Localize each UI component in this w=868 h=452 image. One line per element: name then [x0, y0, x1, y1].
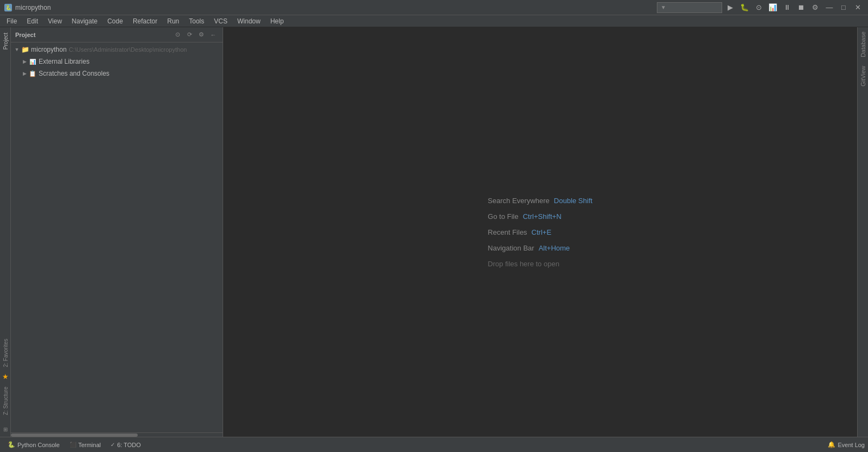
panel-sync-icon[interactable]: ⟳ — [184, 30, 194, 40]
panel-gear-icon[interactable]: ⊙ — [173, 30, 182, 40]
maximize-button[interactable]: □ — [838, 2, 849, 13]
sidebar-bottom-icon[interactable]: ⊞ — [0, 424, 11, 435]
project-panel-scrollbar[interactable] — [11, 432, 223, 437]
scratches-label: Scratches and Consoles — [39, 70, 109, 77]
hint-nav-bar: Navigation Bar Alt+Home — [488, 244, 592, 252]
hint-goto-file: Go to File Ctrl+Shift+N — [488, 212, 592, 221]
right-tab-gitview[interactable]: GitView — [859, 62, 867, 91]
status-tab-python-console[interactable]: 🐍 Python Console — [3, 438, 64, 451]
app-title: micropython — [15, 4, 51, 11]
python-console-label: Python Console — [17, 442, 60, 448]
python-console-icon: 🐍 — [8, 441, 15, 448]
hint-search-everywhere: Search Everywhere Double Shift — [488, 197, 592, 205]
toolbar-right: ▼ ▶ 🐛 ⊙ 📊 ⏸ ⏹ ⚙ — □ ✕ — [657, 2, 864, 13]
minimize-button[interactable]: — — [823, 2, 835, 13]
project-panel: Project ⊙ ⟳ ⚙ ← ▼ 📁 micropython C:\Users… — [11, 27, 223, 437]
hint-label-goto: Go to File — [488, 212, 518, 221]
status-bar: 🐍 Python Console ⬛ Terminal ✓ 6: TODO 🔔 … — [0, 437, 868, 452]
event-log-icon: 🔔 — [828, 441, 835, 448]
expand-root[interactable]: ▼ — [13, 46, 21, 53]
menu-file[interactable]: File — [2, 16, 21, 26]
settings-button[interactable]: ⚙ — [809, 2, 821, 13]
hint-label-recent: Recent Files — [488, 228, 527, 236]
menu-refactor[interactable]: Refactor — [128, 16, 162, 26]
tree-scratches[interactable]: ▶ 📋 Scratches and Consoles — [11, 68, 223, 80]
menu-navigate[interactable]: Navigate — [67, 16, 102, 26]
hint-drop-files: Drop files here to open — [488, 260, 592, 268]
menu-bar: File Edit View Navigate Code Refactor Ru… — [0, 15, 868, 27]
status-right: 🔔 Event Log — [828, 441, 865, 448]
run-config-dropdown[interactable]: ▼ — [657, 2, 722, 13]
close-button[interactable]: ✕ — [852, 2, 864, 13]
terminal-icon: ⬛ — [70, 442, 76, 448]
tree-root-item[interactable]: ▼ 📁 micropython C:\Users\Administrator\D… — [11, 44, 223, 56]
hint-shortcut-search: Double Shift — [554, 197, 593, 205]
hint-shortcut-recent: Ctrl+E — [532, 228, 551, 236]
event-log-label[interactable]: Event Log — [838, 442, 865, 448]
right-tab-database[interactable]: Database — [859, 27, 867, 62]
menu-run[interactable]: Run — [163, 16, 183, 26]
sidebar-structure[interactable]: Z: Structure — [0, 383, 11, 418]
todo-icon: ✓ — [110, 442, 115, 448]
coverage-button[interactable]: ⊙ — [753, 2, 765, 13]
root-label: micropython — [31, 46, 66, 53]
left-sidebar-strip: Project 2: Favorites ★ Z: Structure ⊞ — [0, 27, 11, 437]
ext-libs-icon: 📊 — [28, 57, 37, 66]
project-tree: ▼ 📁 micropython C:\Users\Administrator\D… — [11, 42, 223, 432]
main-area: Project 2: Favorites ★ Z: Structure ⊞ Pr… — [0, 27, 868, 437]
hint-drop-label: Drop files here to open — [488, 260, 559, 268]
debug-button[interactable]: 🐛 — [738, 2, 750, 13]
sidebar-favorites[interactable]: 2: Favorites — [0, 335, 11, 370]
editor-area: Search Everywhere Double Shift Go to Fil… — [223, 27, 857, 437]
menu-view[interactable]: View — [44, 16, 66, 26]
scratches-icon: 📋 — [28, 69, 37, 78]
todo-label: 6: TODO — [117, 442, 141, 448]
project-panel-scrollbar-thumb — [11, 433, 138, 437]
menu-edit[interactable]: Edit — [22, 16, 42, 26]
sidebar-toggle-project[interactable]: Project — [0, 29, 11, 53]
menu-tools[interactable]: Tools — [184, 16, 208, 26]
expand-scratches[interactable]: ▶ — [21, 70, 28, 77]
hint-shortcut-nav: Alt+Home — [539, 244, 570, 252]
app-icon: 🐍 — [4, 4, 12, 11]
project-panel-header: Project ⊙ ⟳ ⚙ ← — [11, 27, 223, 42]
hint-label-nav: Navigation Bar — [488, 244, 534, 252]
panel-collapse-icon[interactable]: ← — [208, 30, 218, 40]
expand-ext-libs[interactable]: ▶ — [21, 58, 28, 65]
run-button[interactable]: ▶ — [724, 2, 736, 13]
pause-button[interactable]: ⏸ — [781, 2, 793, 13]
stop-button[interactable]: ⏹ — [795, 2, 807, 13]
status-tab-terminal[interactable]: ⬛ Terminal — [65, 438, 106, 451]
menu-window[interactable]: Window — [233, 16, 265, 26]
folder-icon: 📁 — [21, 45, 29, 54]
ext-libs-label: External Libraries — [39, 58, 89, 65]
terminal-label: Terminal — [78, 442, 101, 448]
menu-vcs[interactable]: VCS — [210, 16, 232, 26]
right-sidebar-strip: Database GitView — [857, 27, 868, 437]
project-panel-title: Project — [15, 32, 170, 38]
menu-help[interactable]: Help — [266, 16, 288, 26]
panel-settings-icon[interactable]: ⚙ — [196, 30, 206, 40]
sidebar-favorites-star[interactable]: ★ — [0, 371, 11, 382]
hint-recent-files: Recent Files Ctrl+E — [488, 228, 592, 236]
hint-label-search: Search Everywhere — [488, 197, 549, 205]
profile-button[interactable]: 📊 — [767, 2, 779, 13]
welcome-hints: Search Everywhere Double Shift Go to Fil… — [488, 197, 592, 268]
status-tab-todo[interactable]: ✓ 6: TODO — [106, 438, 145, 451]
menu-code[interactable]: Code — [103, 16, 127, 26]
root-path: C:\Users\Administrator\Desktop\micropyth… — [69, 46, 187, 53]
title-bar: 🐍 micropython ▼ ▶ 🐛 ⊙ 📊 ⏸ ⏹ ⚙ — □ ✕ — [0, 0, 868, 15]
tree-external-libraries[interactable]: ▶ 📊 External Libraries — [11, 56, 223, 68]
hint-shortcut-goto: Ctrl+Shift+N — [523, 212, 562, 221]
